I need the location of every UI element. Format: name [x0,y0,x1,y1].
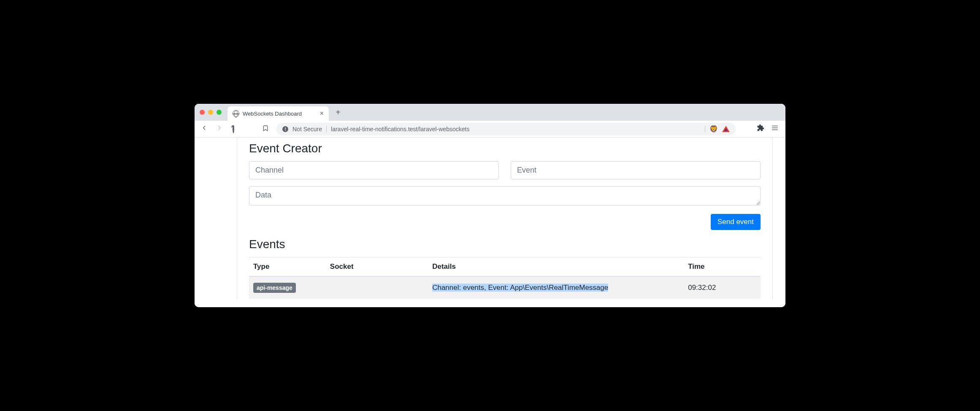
data-input[interactable] [249,186,761,206]
not-secure-icon: ! [282,126,288,132]
event-input[interactable] [511,161,761,179]
globe-icon [233,110,239,117]
channel-input[interactable] [249,161,499,179]
cell-time: 09:32:02 [684,276,761,299]
column-type: Type [249,257,326,276]
type-badge: api-message [253,283,296,293]
dashboard-panel: Event Creator Send event Events Type Soc… [237,138,773,299]
events-title: Events [249,238,761,251]
minimize-window-button[interactable] [208,110,213,115]
browser-window: WebSockets Dashboard × + ! Not Secure la… [195,104,785,307]
address-bar[interactable]: ! Not Secure laravel-real-time-notificat… [276,123,736,135]
cell-socket [326,276,428,299]
tab-title: WebSockets Dashboard [243,111,302,117]
table-header-row: Type Socket Details Time [249,257,761,276]
reload-button[interactable] [229,124,238,135]
cell-details: Channel: events, Event: App\Events\RealT… [428,276,684,299]
details-text: Channel: events, Event: App\Events\RealT… [432,284,608,292]
column-details: Details [428,257,684,276]
close-window-button[interactable] [200,110,205,115]
page-content: Event Creator Send event Events Type Soc… [195,138,785,307]
extensions-icon[interactable] [757,124,764,134]
bat-icon[interactable] [722,126,730,132]
tab-bar: WebSockets Dashboard × + [195,104,785,121]
back-button[interactable] [199,122,210,135]
column-time: Time [684,257,761,276]
event-creator-title: Event Creator [249,142,761,155]
column-socket: Socket [326,257,428,276]
close-tab-icon[interactable]: × [320,110,324,117]
menu-icon[interactable] [771,124,779,134]
browser-toolbar: ! Not Secure laravel-real-time-notificat… [195,121,785,138]
send-event-button[interactable]: Send event [711,214,761,230]
url-text: laravel-real-time-notifications.test/lar… [331,126,469,132]
new-tab-button[interactable]: + [332,106,344,118]
cell-type: api-message [249,276,326,299]
reload-icon [233,124,234,133]
maximize-window-button[interactable] [217,110,222,115]
forward-button[interactable] [214,122,225,135]
not-secure-label: Not Secure [292,126,322,132]
window-controls [200,110,222,115]
divider [705,126,705,132]
events-table: Type Socket Details Time api-message Cha… [249,257,761,299]
browser-tab[interactable]: WebSockets Dashboard × [227,106,329,121]
bookmark-icon[interactable] [262,125,269,133]
table-row: api-message Channel: events, Event: App\… [249,276,761,299]
divider [326,126,327,132]
brave-shields-icon[interactable]: 🦁 [709,125,718,133]
